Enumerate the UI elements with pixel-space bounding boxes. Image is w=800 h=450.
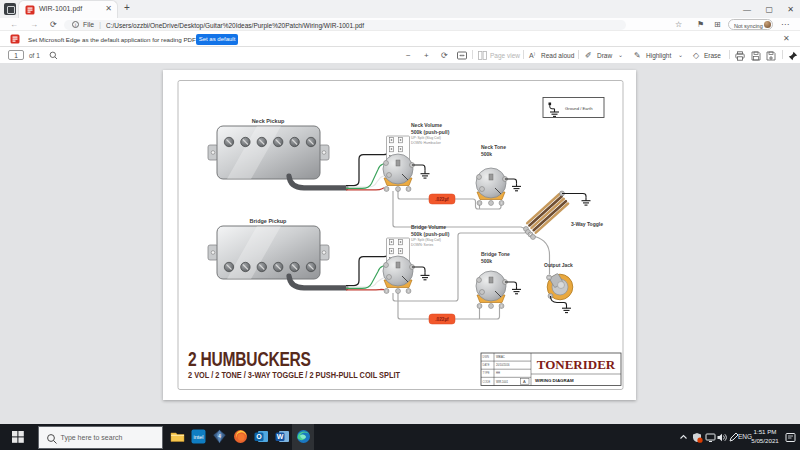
page-number-input[interactable]: 1 [8, 50, 24, 60]
save-icon[interactable] [751, 51, 761, 61]
svg-text:500k (push-pull): 500k (push-pull) [411, 231, 450, 237]
set-as-default-button[interactable]: Set as default [196, 34, 238, 45]
draw-label[interactable]: Draw [597, 52, 612, 59]
new-tab-button[interactable]: + [124, 2, 130, 13]
bridge-volume-label: Bridge Volume [411, 224, 446, 230]
page-count-label: of 1 [29, 52, 40, 59]
outlook-icon[interactable]: O [254, 429, 269, 444]
diagram-subtitle: 2 VOL / 2 TONE / 3-WAY TOGGLE / 2 PUSH-P… [188, 369, 400, 380]
window-close-button[interactable]: ✕ [787, 5, 794, 14]
tray-time: 1:51 PM [750, 428, 780, 437]
page-view-label[interactable]: Page view [490, 52, 520, 59]
window-minimize-button[interactable]: — [743, 5, 751, 14]
favorites-bar-icon[interactable]: ⚑ [697, 20, 704, 29]
highlight-label[interactable]: Highlight [646, 52, 671, 59]
highlight-chevron-icon[interactable]: ⌄ [678, 51, 683, 58]
tray-security-icon[interactable] [692, 432, 703, 443]
profile-avatar [764, 21, 771, 28]
highlight-icon[interactable]: ✎ [634, 51, 641, 60]
draw-chevron-icon[interactable]: ⌄ [618, 51, 623, 58]
favorite-star-icon[interactable]: ☆ [675, 20, 682, 29]
profile-sync-button[interactable]: Not syncing [728, 19, 773, 30]
tray-chevron-icon[interactable] [679, 433, 688, 441]
diagram-title: 2 HUMBUCKERS [188, 348, 311, 370]
toggle-label: 3-Way Toggle [571, 221, 603, 227]
pdf-content-area: Ground / Earth Neck Pickup [0, 63, 800, 424]
svg-text:W: W [277, 433, 284, 440]
notification-close-icon[interactable]: ✕ [783, 34, 790, 43]
window-maximize-button[interactable]: ▢ [765, 5, 773, 14]
brand-logo: TONERIDER [537, 357, 616, 372]
neck-tone-pot: Neck Tone 500k [476, 144, 521, 205]
pdf-icon [10, 34, 20, 44]
svg-text:DWN: DWN [483, 355, 489, 359]
start-button[interactable] [0, 424, 36, 450]
word-icon[interactable]: W [275, 429, 290, 444]
three-way-toggle: 3-Way Toggle [524, 191, 604, 239]
legend-label: Ground / Earth [565, 106, 593, 111]
tab-title: WIR-1001.pdf [39, 5, 82, 12]
erase-label[interactable]: Erase [704, 52, 721, 59]
info-icon[interactable]: i [72, 21, 79, 28]
svg-text:O: O [256, 433, 262, 440]
read-aloud-icon[interactable]: A) [529, 51, 535, 59]
zoom-out-icon[interactable]: − [406, 51, 411, 60]
save-as-icon[interactable] [766, 51, 776, 61]
bridge-pickup: Bridge Pickup [208, 218, 329, 279]
taskbar-search-input[interactable]: Type here to search [38, 426, 163, 449]
edge-icon[interactable] [296, 429, 311, 444]
browser-tab[interactable]: WIR-1001.pdf ✕ [18, 0, 118, 18]
neck-cap-label: .022µf [435, 197, 449, 202]
find-icon[interactable] [49, 51, 58, 60]
diamond-app-icon[interactable]: 4 [212, 429, 227, 444]
file-protocol-label: File [83, 21, 94, 28]
action-center-icon[interactable] [785, 432, 796, 443]
svg-text:500k: 500k [481, 151, 492, 157]
svg-text:DOWN: Humbucker: DOWN: Humbucker [411, 141, 442, 145]
tray-clock[interactable]: 1:51 PM 5/05/2021 [750, 428, 780, 445]
collections-icon[interactable]: ⊞ [714, 20, 721, 29]
rotate-icon[interactable]: ⟳ [441, 51, 448, 60]
draw-icon[interactable]: ✐ [585, 51, 592, 60]
firefox-icon[interactable] [233, 429, 248, 444]
neck-tone-label: Neck Tone [481, 144, 506, 150]
svg-text:500k: 500k [481, 258, 492, 264]
neck-pickup-label: Neck Pickup [252, 118, 285, 124]
tray-volume-icon[interactable] [716, 432, 727, 443]
forward-icon[interactable]: → [30, 20, 38, 29]
notification-bar: Set Microsoft Edge as the default applic… [0, 31, 800, 47]
address-bar: ← → ⟳ i File | C:/Users/ozzbi/OneDrive/D… [0, 18, 800, 31]
neck-volume-pot: Neck Volume 500k (push-pull) UP: Split (… [383, 122, 450, 191]
neck-pickup: Neck Pickup [208, 118, 329, 179]
svg-text:UP: Split (Slug Coil): UP: Split (Slug Coil) [411, 136, 441, 140]
zoom-in-icon[interactable]: + [424, 51, 429, 60]
print-icon[interactable] [735, 51, 745, 61]
tray-display-icon[interactable] [705, 432, 716, 443]
pin-toolbar-icon[interactable] [788, 51, 798, 61]
intel-driver-icon[interactable]: intel [191, 429, 206, 444]
read-aloud-label[interactable]: Read aloud [541, 52, 574, 59]
address-separator: | [99, 20, 101, 29]
workspaces-icon[interactable] [4, 3, 16, 15]
refresh-icon[interactable]: ⟳ [50, 20, 57, 29]
settings-menu-icon[interactable]: ⋯ [781, 20, 789, 29]
svg-text:WIR-1001: WIR-1001 [496, 380, 509, 384]
svg-text:TYPE: TYPE [483, 371, 490, 375]
sync-status-label: Not syncing [734, 23, 763, 29]
file-explorer-icon[interactable] [170, 429, 185, 444]
address-field[interactable]: i File | C:/Users/ozzbi/OneDrive/Desktop… [64, 20, 626, 30]
notification-text: Set Microsoft Edge as the default applic… [28, 36, 212, 43]
bridge-volume-pot: Bridge Volume 500k (push-pull) UP: Split… [383, 224, 450, 293]
fit-to-page-icon[interactable] [457, 51, 467, 60]
screen: WIR-1001.pdf ✕ + — ▢ ✕ ← → ⟳ i File | C:… [0, 0, 800, 450]
svg-text:DATE: DATE [483, 363, 490, 367]
ground-legend: Ground / Earth [543, 98, 604, 118]
jack-label: Output Jack [544, 262, 573, 268]
back-icon[interactable]: ← [10, 20, 18, 29]
search-placeholder: Type here to search [61, 434, 123, 441]
page-view-icon[interactable] [478, 51, 487, 60]
svg-text:HH: HH [496, 371, 500, 375]
bridge-pickup-label: Bridge Pickup [250, 218, 288, 224]
erase-icon[interactable]: ◇ [693, 51, 699, 60]
tab-close-icon[interactable]: ✕ [105, 4, 112, 13]
